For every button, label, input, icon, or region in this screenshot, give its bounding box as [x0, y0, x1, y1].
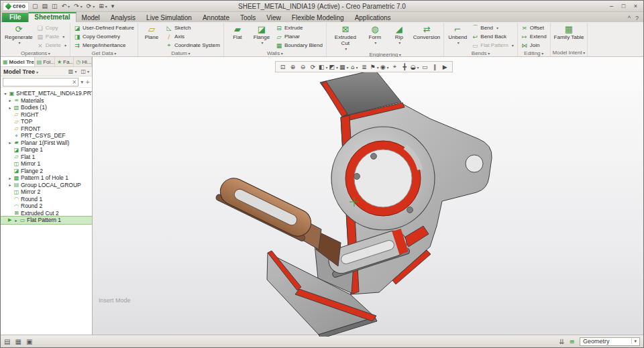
regenerate-button[interactable]: ⟳ Regenerate	[3, 23, 34, 50]
help-icon[interactable]: ?	[635, 15, 639, 21]
minimize-button[interactable]: –	[606, 2, 617, 11]
show-hide-icon[interactable]: ◉	[380, 64, 389, 70]
undo-icon[interactable]: ↶	[61, 3, 71, 9]
navigator-tab-model-tree[interactable]: ▦ Model Tree	[1, 57, 35, 66]
group-label-bends[interactable]: Bends	[446, 50, 515, 57]
model-upper-strap[interactable]	[215, 174, 341, 266]
plane-button[interactable]: ▱ Plane	[140, 23, 163, 50]
tree-item-part[interactable]: ▾ ▣ SHEET_METAL_INDIA19.PRT	[1, 90, 92, 97]
play-icon[interactable]: ▶	[441, 64, 449, 70]
flange-button[interactable]: ◪ Flange	[250, 23, 273, 50]
annotation-display-icon[interactable]: ⚑	[370, 64, 379, 70]
tab-view[interactable]: View	[261, 13, 286, 22]
refit-icon[interactable]: ⊡	[278, 64, 287, 70]
tab-tools[interactable]: Tools	[235, 13, 261, 22]
expand-arrow-icon[interactable]: ▸	[14, 218, 18, 223]
3d-dragger-icon[interactable]: ╋	[400, 64, 409, 70]
expand-arrow-icon[interactable]: ▸	[8, 176, 12, 180]
display-style-icon[interactable]: ◩	[329, 64, 339, 70]
flat-pattern-button[interactable]: ▭ Flat Pattern	[470, 41, 515, 50]
mount-hole[interactable]	[407, 207, 413, 213]
tree-item-flange-2[interactable]: ◪ Flange 2	[1, 168, 92, 175]
unbend-button[interactable]: ⌐ Unbend	[446, 23, 469, 50]
tab-applications[interactable]: Applications	[350, 13, 396, 22]
navigator-tab-history[interactable]: ◷ Hi...	[74, 57, 92, 66]
tree-filter-input[interactable]	[5, 78, 72, 85]
mount-hole[interactable]	[371, 154, 377, 160]
filter-clear-icon[interactable]: ×	[72, 79, 77, 85]
group-label-get-data[interactable]: Get Data	[72, 50, 136, 57]
bend-button[interactable]: ⌒ Bend	[470, 23, 515, 32]
zoom-window-icon[interactable]: ▭	[421, 64, 429, 70]
tree-item-flange-1[interactable]: ◪ Flange 1	[1, 146, 92, 154]
expand-arrow-icon[interactable]: ▸	[8, 105, 12, 110]
tree-item-group-local-group[interactable]: ▸ ▤ Group LOCAL_GROUP	[1, 182, 92, 189]
redo-icon[interactable]: ↷	[73, 3, 83, 9]
center-hole[interactable]	[354, 150, 412, 207]
mount-hole[interactable]	[354, 174, 360, 180]
regenerate-qat-icon[interactable]: ⟳	[86, 3, 96, 9]
group-label-datum[interactable]: Datum	[140, 50, 221, 57]
saved-orientations-icon[interactable]: ⌂	[350, 64, 359, 70]
view-manager-icon[interactable]: ≣	[360, 64, 369, 70]
selection-filter-combo[interactable]: Geometry	[580, 337, 640, 346]
navigator-tab-folder-browser[interactable]: ▤ Fol...	[35, 57, 55, 66]
tree-item-round-2[interactable]: ◠ Round 2	[1, 202, 92, 210]
tree-item-flat-pattern-1[interactable]: ▶ ▸ ▭ Flat Pattern 1	[1, 217, 92, 224]
creo-logo[interactable]: creo	[3, 2, 29, 11]
group-label-model-intent[interactable]: Model Intent	[553, 49, 586, 56]
window-switch-icon[interactable]: ⊞	[98, 3, 108, 9]
minimize-ribbon-icon[interactable]: ^	[628, 15, 631, 21]
join-button[interactable]: ⋈ Join	[520, 41, 548, 50]
flat-button[interactable]: ▰ Flat	[226, 23, 249, 50]
pause-icon[interactable]: ‖	[431, 64, 439, 70]
rip-button[interactable]: ◢ Rip	[388, 23, 411, 51]
coordinate-system-button[interactable]: ⌖ Coordinate System	[164, 41, 221, 50]
group-label-operations[interactable]: Operations	[3, 50, 68, 57]
tree-columns-icon[interactable]: ◫	[80, 68, 89, 74]
tree-item-bodies[interactable]: ▸ ▧ Bodies (1)	[1, 104, 92, 111]
offset-button[interactable]: ≍ Offset	[520, 23, 548, 32]
tab-sheetmetal[interactable]: Sheetmetal	[28, 12, 76, 22]
tab-live-simulation[interactable]: Live Simulation	[141, 13, 197, 22]
family-table-button[interactable]: ▦ Family Table	[553, 23, 586, 49]
extend-button[interactable]: ↦ Extend	[520, 32, 548, 41]
search-results-icon[interactable]: ⇊	[559, 338, 564, 345]
tree-view-options-icon[interactable]: ▥	[68, 68, 77, 74]
copy-geometry-button[interactable]: ◨ Copy Geometry	[72, 32, 136, 41]
filter-menu-icon[interactable]: ▾	[80, 79, 83, 85]
zoom-out-icon[interactable]: ⊖	[299, 64, 307, 70]
3d-model-canvas[interactable]	[93, 57, 644, 337]
extrude-button[interactable]: ⊟ Extrude	[274, 23, 324, 32]
model-tree-title[interactable]: Model Tree	[3, 68, 38, 75]
tree-item-top-plane[interactable]: ▱ TOP	[1, 118, 92, 125]
sketch-button[interactable]: ◺ Sketch	[164, 23, 221, 32]
merge-inheritance-button[interactable]: ⇉ Merge/Inheritance	[72, 41, 136, 50]
expand-arrow-icon[interactable]: ▾	[3, 91, 7, 96]
tree-item-extruded-cut-2[interactable]: ⊠ Extruded Cut 2	[1, 210, 92, 217]
delete-button[interactable]: × Delete	[36, 41, 68, 50]
tab-analysis[interactable]: Analysis	[105, 13, 141, 22]
planar-button[interactable]: ▱ Planar	[274, 32, 324, 41]
repaint-icon[interactable]: ⟳	[309, 64, 317, 70]
expand-arrow-icon[interactable]: ▸	[8, 182, 12, 187]
close-button[interactable]: ×	[630, 2, 641, 11]
appearance-gallery-icon[interactable]: ▦	[339, 64, 349, 70]
extruded-cut-button[interactable]: ⊠ Extruded Cut	[329, 23, 362, 51]
tree-item-round-1[interactable]: ◠ Round 1	[1, 196, 92, 203]
shading-style-icon[interactable]: ◧	[319, 64, 328, 70]
section-icon[interactable]: ◒	[411, 64, 419, 70]
tree-item-mirror-1[interactable]: ◫ Mirror 1	[1, 160, 92, 168]
copy-button[interactable]: ❏ Copy	[36, 23, 68, 32]
tree-item-right-plane[interactable]: ▱ RIGHT	[1, 111, 92, 119]
expand-arrow-icon[interactable]: ▸	[8, 140, 12, 145]
tree-item-pattern-1[interactable]: ▸ ▩ Pattern 1 of Hole 1	[1, 174, 92, 182]
tab-annotate[interactable]: Annotate	[197, 13, 235, 22]
tree-item-materials[interactable]: ▸ ≡ Materials	[1, 97, 92, 105]
tree-item-mirror-2[interactable]: ◫ Mirror 2	[1, 188, 92, 196]
form-button[interactable]: ◍ Form	[364, 23, 386, 51]
save-icon[interactable]: ◫	[51, 3, 58, 9]
tab-flexible-modeling[interactable]: Flexible Modeling	[286, 13, 350, 22]
open-icon[interactable]: ▤	[42, 3, 49, 9]
bend-back-button[interactable]: ↩ Bend Back	[470, 32, 515, 41]
